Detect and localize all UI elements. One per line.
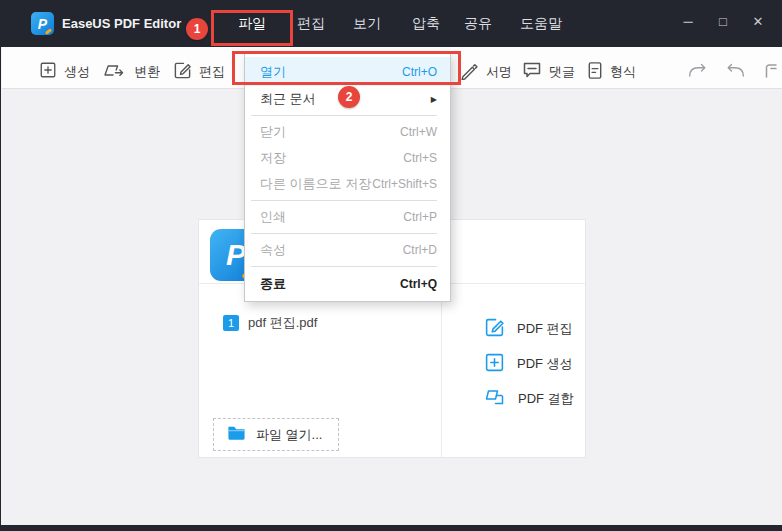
menu-item-shortcut: Ctrl+Q [400,277,437,291]
window-controls: ─ □ ✕ [677,10,769,32]
menu-item-label: 종료 [260,275,286,293]
annotation-step-1-badge: 1 [186,18,208,40]
quick-action-label: PDF 편집 [517,320,573,338]
maximize-button[interactable]: □ [712,10,734,32]
menu-item-label: 속성 [260,241,286,259]
app-window: P EaseUS PDF Editor 파일 편집 보기 압축 공유 도움말 ─… [0,0,782,531]
quick-actions-panel: PDF 편집 PDF 생성 PDF 결합 [442,284,585,458]
titlebar: P EaseUS PDF Editor 파일 편집 보기 압축 공유 도움말 ─… [1,0,782,47]
minimize-button[interactable]: ─ [677,10,699,32]
menu-separator [251,233,437,234]
toolbar-sign-button[interactable]: 서명 [460,47,512,89]
toolbar-edit-button[interactable]: 편집 [173,47,225,89]
window-bottom-edge [1,525,782,531]
redo-button[interactable] [686,47,710,89]
toolbar-create-label: 생성 [64,63,90,81]
redo-arrow-icon [686,63,710,81]
toolbar-comment-label: 댓글 [549,63,575,81]
edit-pencil-icon [484,317,505,341]
plus-square-icon [484,352,505,376]
menu-item-shortcut: Ctrl+O [402,65,437,79]
app-logo-icon: P [31,12,54,35]
plus-square-icon [39,61,57,82]
close-button[interactable]: ✕ [747,10,769,32]
menu-item-label: 인쇄 [260,208,286,226]
menu-item-label: 저장 [260,149,286,167]
menubar-edit[interactable]: 편집 [297,15,325,33]
quick-action-create-pdf[interactable]: PDF 생성 [484,346,585,381]
signature-pen-icon [460,61,479,83]
recent-file-item[interactable]: 1 pdf 편집.pdf [223,314,317,332]
undo-arrow-icon [723,63,747,81]
recent-file-name: pdf 편집.pdf [248,314,317,332]
menubar-view[interactable]: 보기 [353,15,381,33]
submenu-arrow-icon: ▶ [431,95,437,104]
toolbar-sign-label: 서명 [486,63,512,81]
menu-item-label: 닫기 [260,123,286,141]
menu-item-shortcut: Ctrl+S [403,151,437,165]
menu-item-close[interactable]: 닫기 Ctrl+W [245,119,450,145]
open-file-button[interactable]: 파일 열기... [213,418,339,451]
menu-item-shortcut: Ctrl+D [403,243,437,257]
menu-item-properties[interactable]: 속성 Ctrl+D [245,237,450,263]
menu-item-shortcut: Ctrl+P [403,210,437,224]
file-index-badge: 1 [223,315,239,331]
clipped-edge-icon [762,47,777,89]
annotation-step-2-badge: 2 [338,86,360,108]
quick-action-edit-pdf[interactable]: PDF 편집 [484,311,585,346]
menu-item-label: 열기 [260,63,286,81]
comment-icon [522,61,542,82]
menubar-file[interactable]: 파일 [238,15,266,33]
menubar-compress[interactable]: 압축 [412,15,440,33]
recent-files-panel: 1 pdf 편집.pdf 파일 열기... [199,284,442,458]
menu-item-shortcut: Ctrl+Shift+S [372,177,437,191]
menu-item-shortcut: Ctrl+W [400,125,437,139]
merge-pages-icon [484,387,506,410]
menu-item-save[interactable]: 저장 Ctrl+S [245,145,450,171]
toolbar-convert-label: 변환 [134,63,160,81]
menu-separator [251,266,437,267]
toolbar-create-button[interactable]: 생성 [39,47,90,89]
menu-item-open[interactable]: 열기 Ctrl+O [245,57,450,86]
format-doc-icon [587,61,603,83]
menu-item-exit[interactable]: 종료 Ctrl+Q [245,270,450,297]
app-title: EaseUS PDF Editor [62,16,181,31]
toolbar-comment-button[interactable]: 댓글 [522,47,575,89]
quick-action-merge-pdf[interactable]: PDF 결합 [484,381,585,416]
menu-item-label: 최근 문서 [260,90,316,108]
open-file-label: 파일 열기... [256,426,322,444]
menu-separator [251,200,437,201]
toolbar-edit-label: 편집 [199,63,225,81]
convert-icon [101,61,127,82]
menubar-share[interactable]: 공유 [464,15,492,33]
toolbar-convert-button[interactable]: 변환 [101,47,160,89]
edit-pencil-icon [173,61,192,83]
menu-item-print[interactable]: 인쇄 Ctrl+P [245,204,450,230]
menu-separator [251,115,437,116]
undo-button[interactable] [723,47,747,89]
toolbar-format-label: 형식 [610,63,636,81]
menu-item-label: 다른 이름으로 저장 [260,175,371,193]
quick-action-label: PDF 생성 [517,355,573,373]
menubar-help[interactable]: 도움말 [520,15,562,33]
folder-icon [227,425,246,444]
toolbar-format-button[interactable]: 형식 [587,47,636,89]
menu-item-save-as[interactable]: 다른 이름으로 저장 Ctrl+Shift+S [245,171,450,197]
quick-action-label: PDF 결합 [518,390,574,408]
